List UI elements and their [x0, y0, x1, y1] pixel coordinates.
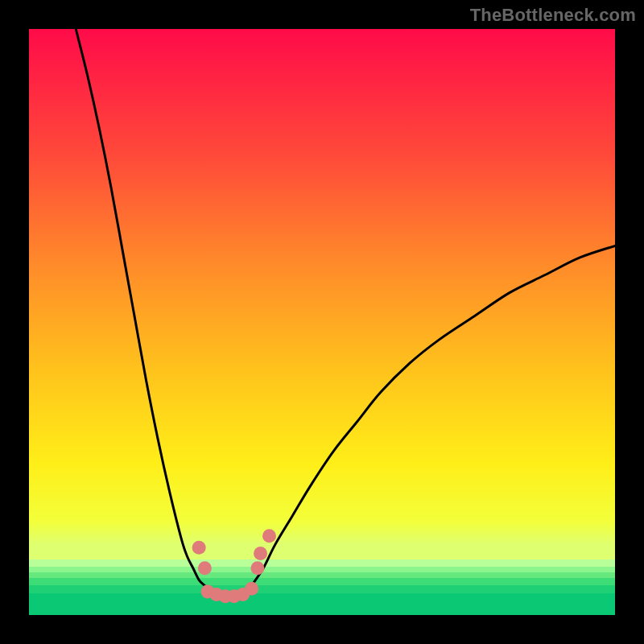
right-marker-2: [254, 547, 267, 560]
right-marker-1: [250, 561, 264, 575]
valley-6: [245, 582, 258, 596]
left-marker-1: [192, 541, 206, 555]
plot-frame: [29, 29, 615, 615]
marker-layer: [29, 29, 615, 615]
watermark-text: TheBottleneck.com: [470, 5, 636, 26]
chart-stage: TheBottleneck.com: [0, 0, 644, 644]
right-marker-3: [262, 529, 276, 543]
plot-area: [29, 29, 615, 615]
left-marker-2: [198, 561, 212, 575]
